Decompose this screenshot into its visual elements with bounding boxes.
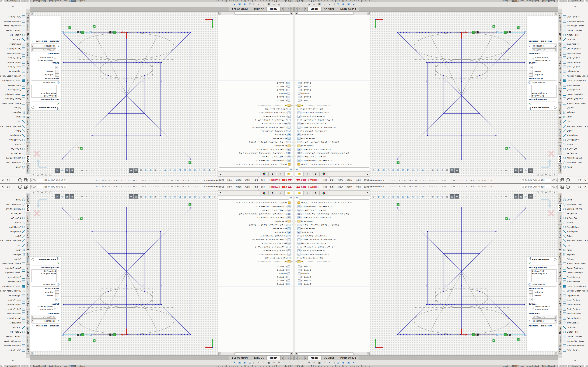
relation-entry[interactable]: Collinear108 (32, 270, 56, 272)
tree-filter-input[interactable] (219, 196, 289, 200)
construction-entities[interactable] (414, 32, 509, 94)
cm-tab--[interactable]: ⋮ (558, 353, 562, 358)
tool-circular-sketch-pattern[interactable]: Circular Sketch Pattern (562, 289, 588, 293)
scroll-thumb[interactable] (234, 12, 290, 15)
tree-sketch-item[interactable]: (-)Sketch6 (218, 282, 293, 286)
angle-input[interactable]: 0.00000000° (532, 44, 554, 48)
tree-item[interactable]: Σ○25ИΝ◉∘✛ΑΠ¤ЗЄ○∘○ЗЄ¤ΠΑ✛∘◉ИΝ25○ (218, 126, 293, 129)
tree-item[interactable]: Σ○25ИΝ◉∘✛ΑΠ¤ЗЄ○∘○ЗЄ¤ΠΑ✛∘◉ИΝ25○ (218, 238, 293, 241)
tree-item[interactable]: ◧Solid Bodies (295, 133, 370, 137)
snapshot-icon[interactable]: ❢ (287, 360, 292, 364)
tree-item[interactable]: ▱○✛ЖӠ∘ᴥ○Ж⊙|○∘○|⊙Ж○ᴥ∘Ӡ̦Ж✛○ (295, 252, 370, 256)
tool-mirror-entities[interactable]: Mirror Entities (0, 83, 26, 87)
scroll-thumb[interactable] (298, 352, 354, 355)
relation-badges[interactable]: 3 = 109 = 109 3 (397, 25, 520, 164)
sign-in-icon[interactable] (24, 185, 28, 189)
tool-offset-entities[interactable]: Offset Entities (562, 15, 588, 19)
tree-item[interactable]: ▱○٠◉✛○Ж⊙|○∘○|⊙Ж○✛◉٠○ (295, 249, 370, 252)
confirmation-corner[interactable] (35, 151, 47, 167)
expander-icon[interactable]: ▶ (295, 156, 297, 158)
tool-move-entities[interactable]: Move Entities (562, 65, 588, 69)
search-input[interactable]: Search CAD Models (525, 179, 551, 182)
collapse-chevron-icon[interactable]: ∧ (555, 303, 556, 305)
tool-ellipse[interactable]: Ellipse (0, 220, 26, 225)
tree-item[interactable]: ▶Design Binder (218, 144, 293, 148)
tree-item[interactable]: ★○253Є✛∘ᴥ◉ΛΑΦ○∘○ΦΑΛ◉ᴥ∘✛3Є25○ (218, 205, 293, 208)
tab-nav-next-button[interactable]: ▶ (301, 7, 304, 11)
relations-listbox[interactable]: Collinear108Equal length109 (531, 269, 556, 282)
tool-tangent-arc[interactable]: Tangent Arc (0, 151, 26, 156)
tree-item[interactable]: ▱○✛ИΝ◉ᴥ+○Ж⊙|○∘○|⊙Ж○+ᴥ◉ИΝ✛○ (218, 118, 293, 122)
panel-help-icon[interactable]: ? (554, 258, 556, 261)
tool-centerpoint-arc[interactable]: Centerpoint Arc (562, 207, 588, 211)
filter-faded-icon[interactable]: ⊽ (261, 3, 266, 7)
tree-sketch-item[interactable]: (-)Sketch2 (295, 95, 370, 99)
minimize-button[interactable]: — (573, 185, 576, 188)
tree-item[interactable]: ◔○25ᴥ◉25ИЗЄ25○∘○253ЄИ25◉ᴥ25○ (295, 216, 370, 219)
folder-check-icon[interactable]: ▣ (237, 360, 242, 364)
tree-item[interactable]: ▶○253ЄИΝΑΠ+○∘○+ΠΑΝИЗЄ25○ (218, 260, 293, 263)
confirm-check-icon[interactable]: ✓ (529, 261, 556, 265)
panel-handle-dot[interactable] (329, 177, 330, 178)
filter-faded-icon[interactable]: ⊽ (322, 3, 327, 7)
tree-item[interactable]: Σ○25ИΝ◉∘✛ΑΠ¤ЗЄ○∘○ЗЄ¤ΠΑ✛∘◉ИΝ25○ (295, 238, 370, 241)
tree-sketch-item[interactable]: (-)Sketch5 (295, 88, 370, 92)
selection-dotted-rects[interactable] (79, 33, 174, 78)
tool-3-point-arc[interactable]: 3 Point Arc (562, 216, 588, 220)
search-check-icon[interactable]: ◎ (248, 360, 252, 364)
display-states-icon[interactable]: ≣ (272, 360, 276, 364)
help-icon[interactable]: ? (18, 178, 22, 182)
tool-linear-sketch-pattern[interactable]: Linear Sketch Pattern (562, 78, 588, 83)
tree-sketch-item[interactable]: (-)Sketch1 (218, 265, 293, 268)
cm-tab--[interactable]: ⋮ (26, 353, 30, 358)
tab-nav-prev-button[interactable]: ◀ (287, 7, 290, 11)
propertymanager-tab[interactable]: 𝄜 (303, 191, 311, 195)
tool-mirror-entities[interactable]: Mirror Entities (562, 280, 588, 284)
search-button[interactable] (551, 178, 555, 182)
cm-tab-sketch[interactable]: Sketch (558, 203, 562, 213)
more-tools-chevron[interactable]: ≫ (562, 5, 588, 7)
collapse-chevron-icon[interactable]: ∧ (555, 312, 556, 314)
tool-copy-entities[interactable]: Copy Entities (0, 293, 26, 298)
checkbox-icon[interactable] (532, 308, 534, 310)
tool-copy-entities[interactable]: Copy Entities (562, 293, 588, 298)
tool-corner-rectangle[interactable]: Corner Rectangle (562, 92, 588, 96)
tab-model[interactable]: Model (267, 7, 280, 11)
add-relation-vertical[interactable]: │Vertical (32, 70, 59, 73)
tree-sketch-item[interactable]: (-)Sketch1 (295, 99, 370, 102)
checkbox-icon[interactable] (532, 57, 534, 59)
tool-polygon[interactable]: Polygon (0, 257, 26, 261)
tree-item[interactable]: ★○253Є✛∘ᴥ◉ΛΑΦ○∘○ΦΑΛ◉ᴥ∘✛3Є25○ (218, 159, 293, 162)
expand-chevron-icon[interactable]: ∨ (555, 40, 556, 42)
angle-spinner[interactable]: ▲▼ (32, 44, 34, 48)
option-for-construction[interactable]: For construction (532, 59, 556, 61)
tool-tangent-arc[interactable]: Tangent Arc (0, 211, 26, 216)
confirmation-corner[interactable] (541, 151, 553, 167)
fix-relation-button[interactable] (529, 298, 533, 301)
confirm-check-icon[interactable]: ✓ (32, 102, 59, 106)
tool-extend-entities[interactable]: Extend Entities (562, 316, 588, 320)
appearance-brush-icon[interactable]: ✎ (307, 3, 311, 7)
tool-partial-ellipse[interactable]: Partial Ellipse (562, 225, 588, 229)
tree-item[interactable]: ▶A○25ИΝ◉∘✛Α✛◉ИΝΑ○∘○ΑΝИ◉✛Α✛∘◉ИΝ25○ (295, 140, 370, 144)
menu-edit[interactable]: Edit (252, 185, 259, 189)
minimize-button[interactable]: — (12, 179, 15, 182)
tree-item[interactable]: ✎○25٠ΠЖᴥΑΠΙ○∘○ΙΠΑᴥЖΠ٠25○ (295, 234, 370, 238)
panel-expand-arrow[interactable]: ❯ (367, 192, 369, 194)
relation-badges[interactable]: 3 = 109 = 109 3 (397, 203, 520, 342)
tool-intersection-curve[interactable]: Intersection Curve (562, 339, 588, 343)
cm-tab-direct-editing[interactable]: Direct Editing (26, 127, 30, 143)
tree-item[interactable]: ≋Material < not specified > (218, 122, 293, 126)
restore-button[interactable] (7, 179, 9, 181)
expander-icon[interactable]: ▶ (295, 141, 297, 143)
tab-3d-views[interactable]: 3D Views (321, 7, 337, 11)
search-check-icon[interactable]: ◎ (248, 3, 252, 7)
tool-circular-sketch-pattern[interactable]: Circular Sketch Pattern (0, 289, 26, 293)
collapse-chevron-icon[interactable]: ∧ (32, 62, 33, 64)
sheets-icon[interactable]: ❢ (282, 3, 286, 7)
tree-root-item[interactable]: TЯPDL2.⊙ ЗЄ ⊙ Ш ⊙ ⊙ ⊙ ✛ ⊙ ЭС ⊙ ЗЄ ⊙ ٠ ⊙ … (295, 201, 370, 205)
option-infinite-length[interactable]: Infinite length (32, 308, 56, 310)
tab-motion-study-1[interactable]: Motion Study 1 (229, 7, 251, 11)
tab-nav-prev-button[interactable]: ◀ (294, 356, 297, 360)
tree-item[interactable]: ◔○25ᴥ◉25ИЗЄ25○∘○253ЄИ25◉ᴥ25○ (218, 148, 293, 151)
